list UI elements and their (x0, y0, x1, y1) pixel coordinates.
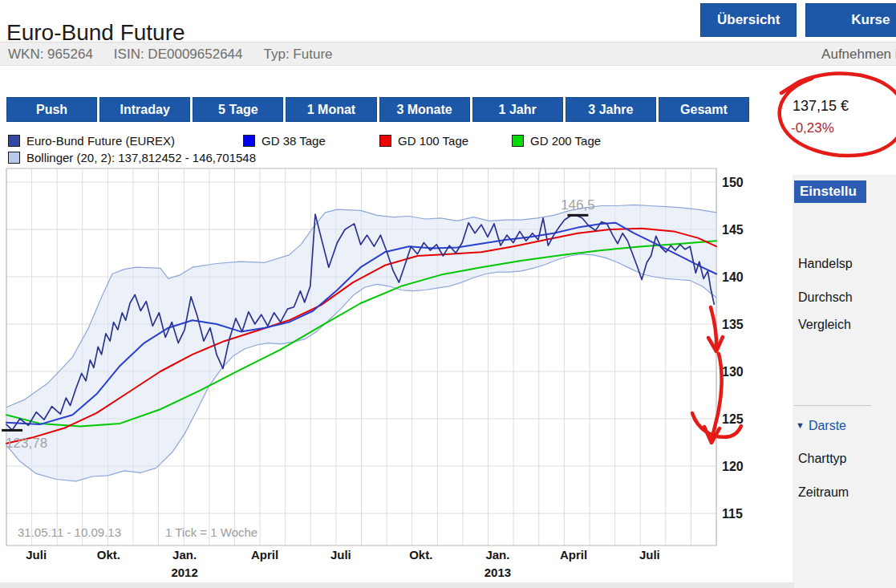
aufnehmen-in-link[interactable]: Aufnehmen in (821, 47, 896, 63)
identifier-typ: Typ: Future (264, 47, 333, 62)
x-axis-label-jan-: Jan. (485, 548, 509, 562)
y-axis-label-115: 115 (722, 507, 743, 521)
horizontal-scrollbar[interactable] (0, 582, 794, 588)
sidebar-section-label: Darste (809, 419, 846, 432)
header-button-kurse[interactable]: Kurse (805, 3, 896, 37)
triangle-down-icon: ▼ (796, 420, 805, 430)
identifier-isin: ISIN: DE0009652644 (114, 47, 243, 62)
y-axis-label-140: 140 (722, 270, 744, 284)
tab-intraday[interactable]: Intraday (99, 97, 190, 122)
legend-item-euro-bund-future: Euro-Bund Future (EUREX) (8, 134, 175, 148)
date-range-label: 31.05.11 - 10.09.13 (18, 525, 121, 539)
header-button-übersicht[interactable]: Übersicht (700, 3, 797, 37)
legend-label: GD 38 Tage (262, 134, 326, 148)
tab-3-jahre[interactable]: 3 Jahre (566, 97, 656, 122)
legend-item-gd-38-tage: GD 38 Tage (243, 134, 326, 148)
x-axis-year-2012: 2012 (171, 566, 197, 579)
x-axis-label-juli: Juli (26, 548, 47, 562)
y-axis-label-120: 120 (722, 460, 744, 473)
tab-gesamt[interactable]: Gesamt (659, 97, 749, 122)
legend-swatch-icon (512, 135, 524, 147)
y-axis-label-135: 135 (722, 318, 744, 331)
x-axis-label-april: April (251, 548, 278, 562)
tab-1-jahr[interactable]: 1 Jahr (472, 97, 563, 122)
sidebar-divider (794, 405, 871, 406)
legend-swatch-icon (8, 135, 20, 147)
tab-push[interactable]: Push (6, 97, 97, 122)
tab-5-tage[interactable]: 5 Tage (193, 97, 283, 122)
sidebar-item-handelsp[interactable]: Handelsp (798, 257, 853, 271)
x-axis-label-juli: Juli (330, 548, 351, 562)
sidebar-item-charttyp[interactable]: Charttyp (798, 452, 846, 466)
x-axis-year-2013: 2013 (484, 566, 511, 579)
sidebar-header: Einstellu (794, 180, 866, 203)
price-chart[interactable]: 146,5123,7831.05.11 - 10.09.131 Tick = 1… (0, 164, 770, 588)
hand-drawn-circle-annotation (770, 69, 896, 164)
sidebar-section-darstellung[interactable]: ▼Darste (796, 419, 846, 433)
instrument-identifiers: WKN: 965264ISIN: DE0009652644Typ: Future (8, 47, 354, 63)
price-chart-canvas: 146,5123,7831.05.11 - 10.09.131 Tick = 1… (0, 164, 770, 588)
annotation-label-146-5: 146,5 (561, 197, 595, 213)
price-change-percent: -0,23% (791, 120, 834, 136)
identifier-wkn: WKN: 965264 (8, 47, 93, 62)
x-axis-label-jan-: Jan. (172, 548, 197, 562)
header-buttons: ÜbersichtKurse (700, 3, 896, 37)
sidebar-item-vergleich[interactable]: Vergleich (798, 318, 851, 332)
legend-item-gd-200-tage: GD 200 Tage (512, 134, 601, 148)
instrument-info-bar: WKN: 965264ISIN: DE0009652644Typ: Future… (0, 42, 896, 66)
legend-swatch-icon (379, 135, 391, 147)
annotation-label-123-78: 123,78 (6, 436, 47, 451)
y-axis-label-125: 125 (722, 412, 744, 426)
sidebar-item-durchsch[interactable]: Durchsch (798, 290, 853, 305)
legend-swatch-icon (243, 135, 255, 147)
y-axis-label-150: 150 (722, 176, 744, 189)
tab-1-monat[interactable]: 1 Monat (286, 97, 376, 122)
settings-sidebar: Einstellu ▼Darste HandelspDurchschVergle… (793, 175, 896, 588)
x-axis-label-juli: Juli (639, 548, 660, 562)
last-price: 137,15 € (793, 98, 849, 115)
tab-3-monate[interactable]: 3 Monate (379, 97, 470, 122)
legend-item-gd-100-tage: GD 100 Tage (379, 134, 468, 148)
sidebar-item-zeitraum[interactable]: Zeitraum (798, 485, 849, 500)
legend-swatch-icon (8, 152, 20, 164)
legend-label: GD 100 Tage (398, 134, 468, 148)
y-axis-label-130: 130 (722, 365, 744, 379)
legend-label: GD 200 Tage (530, 134, 601, 148)
legend-label: Euro-Bund Future (EUREX) (26, 134, 175, 148)
x-axis-label-april: April (560, 548, 587, 562)
legend-item-bollinger: Bollinger (20, 2): 137,812452 - 146,7015… (8, 151, 256, 164)
legend-label: Bollinger (20, 2): 137,812452 - 146,7015… (26, 151, 256, 164)
y-axis-label-145: 145 (722, 223, 744, 237)
euro-bund-future-page: { "header": { "title": "Euro-Bund Future… (0, 0, 896, 588)
tick-note-label: 1 Tick = 1 Woche (165, 525, 257, 539)
x-axis-label-okt-: Okt. (97, 548, 120, 562)
period-tab-bar: PushIntraday5 Tage1 Monat3 Monate1 Jahr3… (6, 97, 749, 122)
x-axis-label-okt-: Okt. (409, 548, 432, 562)
